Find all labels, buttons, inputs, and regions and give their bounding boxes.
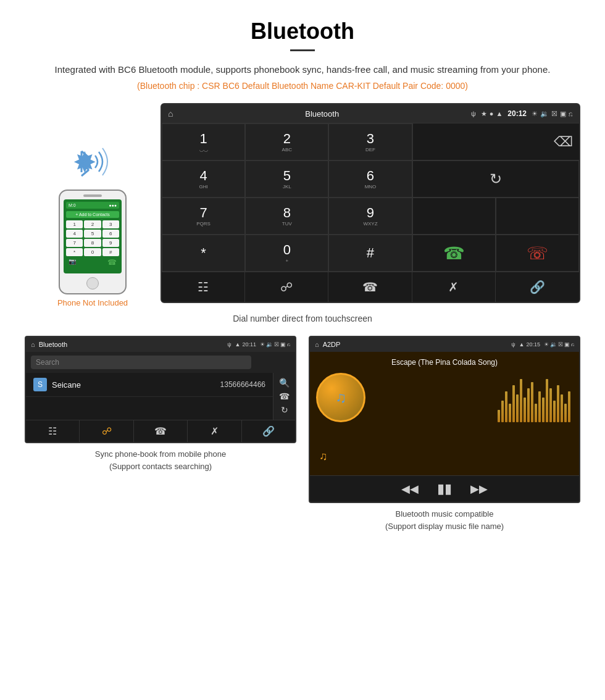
- contact-initial: S: [33, 378, 47, 391]
- key-7[interactable]: 7 PQRS: [162, 198, 245, 235]
- music-content: Escape (The Pina Colada Song) ♫ ♫: [310, 352, 579, 475]
- music-screen: ⌂ A2DP ψ ▲ 20:15 ☀🔉☒▣⎌ Escape (The Pina …: [309, 336, 580, 503]
- phone-container: ✸ M:0: [25, 103, 161, 307]
- contact-row[interactable]: S Seicane 13566664466: [26, 373, 273, 397]
- window-icon: ▣: [560, 110, 566, 118]
- description: Integrated with BC6 Bluetooth module, su…: [25, 62, 580, 77]
- end-call-button[interactable]: ☏: [496, 235, 579, 272]
- pb-search-icon[interactable]: 🔍: [279, 378, 290, 388]
- pb-left: S Seicane 13566664466: [26, 373, 273, 420]
- next-button[interactable]: ▶▶: [470, 482, 488, 496]
- key-1[interactable]: 1 ◡◡: [162, 123, 245, 160]
- key-4[interactable]: 4 GHI: [162, 160, 245, 198]
- phone-dialpad: 1 2 3 4 5 6 7 8 9 * 0 #: [66, 220, 119, 256]
- phone-not-included: Phone Not Included: [57, 298, 128, 307]
- pb-bottom-nav: ☷ ☍ ☎ ✗ 🔗: [26, 420, 295, 442]
- key-star[interactable]: *: [162, 235, 245, 272]
- back-icon: ⎌: [569, 110, 573, 117]
- status-icons: ★ ● ▲: [481, 110, 503, 118]
- phone-home-btn: [86, 277, 99, 290]
- search-placeholder: Search: [36, 358, 59, 367]
- bottom-screenshots: ⌂ Bluetooth ψ ▲ 20:11 ☀🔉☒▣⎌ Search: [25, 336, 580, 532]
- bluetooth-icon-area: ✸: [68, 140, 117, 183]
- extra-status-icons: ☀ 🔉 ☒ ▣ ⎌: [532, 110, 573, 118]
- location-icon: ●: [490, 110, 494, 117]
- key-9[interactable]: 9 WXYZ: [328, 198, 412, 235]
- call-green-icon: ☎: [443, 243, 465, 264]
- music-caption: Bluetooth music compatible (Support disp…: [385, 508, 504, 532]
- play-pause-button[interactable]: ▮▮: [437, 481, 452, 497]
- pb-content-row: S Seicane 13566664466 🔍 ☎ ↻: [26, 373, 295, 420]
- bottom-nav: ☷ ☍ ☎ ✗ 🔗: [162, 272, 579, 302]
- refresh-icon[interactable]: ↻: [490, 170, 502, 188]
- pb-nav-link[interactable]: 🔗: [242, 420, 295, 442]
- album-art: ♫: [316, 373, 365, 422]
- key-8[interactable]: 8 TUV: [245, 198, 328, 235]
- nav-link[interactable]: 🔗: [496, 272, 579, 302]
- pb-search-row: Search: [26, 352, 295, 373]
- add-contacts-label: + Add to Contacts: [66, 211, 119, 218]
- pb-sync-icon[interactable]: ↻: [281, 405, 288, 415]
- equalizer: [372, 373, 573, 422]
- dialpad-container: 1 ◡◡ 2 ABC 3 DEF ⌫ 4 GHI: [162, 123, 579, 272]
- usb-icon: ψ: [471, 110, 476, 117]
- pb-nav-phone[interactable]: ☎: [134, 420, 188, 442]
- camera-icon: ☀: [532, 110, 538, 118]
- top-section: ✸ M:0: [25, 103, 580, 307]
- page-title: Bluetooth: [25, 19, 580, 44]
- dial-caption: Dial number direct from touchscreen: [25, 314, 580, 323]
- music-main-area: ♫: [316, 373, 573, 422]
- screen-title: Bluetooth: [178, 109, 465, 119]
- phonebook-caption: Sync phone-book from mobile phone (Suppo…: [95, 448, 226, 472]
- backspace-button[interactable]: ⌫: [554, 134, 573, 150]
- nav-contacts[interactable]: ☍: [245, 272, 328, 302]
- music-note-icon: ♫: [319, 450, 328, 463]
- music-screen-wrap: ⌂ A2DP ψ ▲ 20:15 ☀🔉☒▣⎌ Escape (The Pina …: [309, 336, 580, 532]
- key-hash[interactable]: #: [328, 235, 412, 272]
- nav-phone[interactable]: ☎: [328, 272, 412, 302]
- album-bt-icon: ♫: [335, 389, 346, 406]
- pb-statusbar: ⌂ Bluetooth ψ ▲ 20:11 ☀🔉☒▣⎌: [26, 337, 295, 352]
- nav-dialpad[interactable]: ☷: [162, 272, 245, 302]
- prev-button[interactable]: ◀◀: [401, 482, 419, 496]
- music-controls: ◀◀ ▮▮ ▶▶: [310, 475, 579, 502]
- contact-name: Seicane: [52, 380, 220, 390]
- key-2[interactable]: 2 ABC: [245, 123, 328, 160]
- pb-search-box[interactable]: Search: [31, 356, 251, 369]
- key-3[interactable]: 3 DEF: [328, 123, 412, 160]
- action-cell-empty-1: [412, 198, 496, 235]
- bluetooth-waves-svg: ✸: [68, 140, 117, 183]
- action-cell-empty-2: [496, 198, 579, 235]
- pb-status-title: Bluetooth: [39, 341, 223, 348]
- signal-icon: ▲: [496, 110, 503, 117]
- pb-nav-contacts[interactable]: ☍: [80, 420, 133, 442]
- close-icon: ☒: [551, 110, 557, 118]
- display-area: ⌫: [412, 123, 579, 160]
- pb-call-icon[interactable]: ☎: [279, 391, 290, 401]
- page-wrapper: Bluetooth Integrated with BC6 Bluetooth …: [0, 0, 605, 563]
- phonebook-screen: ⌂ Bluetooth ψ ▲ 20:11 ☀🔉☒▣⎌ Search: [25, 336, 296, 443]
- phone-mockup: M:0 ●●● + Add to Contacts 1 2 3 4 5 6 7 …: [59, 190, 127, 294]
- home-icon: ⌂: [168, 109, 173, 119]
- action-cell-refresh: ↻: [412, 160, 579, 198]
- key-5[interactable]: 5 JKL: [245, 160, 328, 198]
- volume-icon: 🔉: [540, 110, 549, 118]
- title-divider: [290, 49, 315, 51]
- status-time: 20:12: [507, 109, 527, 118]
- key-6[interactable]: 6 MNO: [328, 160, 412, 198]
- pb-nav-dialpad[interactable]: ☷: [26, 420, 80, 442]
- phonebook-screen-wrap: ⌂ Bluetooth ψ ▲ 20:11 ☀🔉☒▣⎌ Search: [25, 336, 296, 532]
- pb-right-icons: 🔍 ☎ ↻: [273, 373, 295, 420]
- call-button[interactable]: ☎: [412, 235, 496, 272]
- spec-line: (Bluetooth chip : CSR BC6 Default Blueto…: [25, 81, 580, 91]
- song-title: Escape (The Pina Colada Song): [391, 358, 498, 367]
- pb-nav-bluetooth[interactable]: ✗: [188, 420, 241, 442]
- nav-bluetooth[interactable]: ✗: [412, 272, 496, 302]
- main-bluetooth-screen: ⌂ Bluetooth ψ ★ ● ▲ 20:12 ☀ 🔉 ☒ ▣ ⎌: [161, 103, 580, 303]
- music-statusbar: ⌂ A2DP ψ ▲ 20:15 ☀🔉☒▣⎌: [310, 337, 579, 352]
- call-red-icon: ☏: [527, 243, 548, 264]
- music-status-title: A2DP: [323, 341, 507, 348]
- key-0[interactable]: 0 +: [245, 235, 328, 272]
- bt-status-icon: ★: [481, 110, 487, 118]
- screen-statusbar: ⌂ Bluetooth ψ ★ ● ▲ 20:12 ☀ 🔉 ☒ ▣ ⎌: [162, 104, 579, 123]
